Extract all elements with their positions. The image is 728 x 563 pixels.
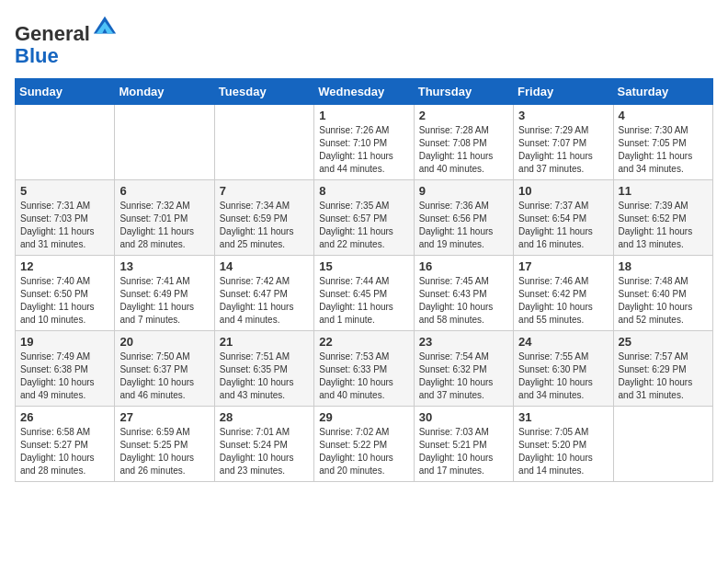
calendar-cell: 20Sunrise: 7:50 AM Sunset: 6:37 PM Dayli…	[115, 331, 214, 407]
day-number: 4	[619, 109, 708, 122]
day-info: Sunrise: 6:59 AM Sunset: 5:25 PM Dayligh…	[119, 426, 209, 477]
calendar-week-1: 1Sunrise: 7:26 AM Sunset: 7:10 PM Daylig…	[16, 105, 713, 180]
day-number: 26	[20, 410, 109, 424]
day-number: 20	[119, 335, 209, 349]
page-header: General Blue	[15, 15, 713, 67]
day-info: Sunrise: 7:37 AM Sunset: 6:54 PM Dayligh…	[518, 200, 608, 251]
day-number: 27	[119, 410, 209, 424]
day-number: 3	[518, 109, 608, 122]
calendar-week-4: 19Sunrise: 7:49 AM Sunset: 6:38 PM Dayli…	[16, 331, 713, 407]
calendar-cell: 7Sunrise: 7:34 AM Sunset: 6:59 PM Daylig…	[214, 180, 313, 256]
day-info: Sunrise: 7:54 AM Sunset: 6:32 PM Dayligh…	[419, 350, 508, 402]
calendar-cell: 19Sunrise: 7:49 AM Sunset: 6:38 PM Dayli…	[16, 331, 115, 407]
day-number: 9	[419, 184, 508, 198]
calendar-cell: 31Sunrise: 7:05 AM Sunset: 5:20 PM Dayli…	[514, 407, 613, 482]
calendar-week-5: 26Sunrise: 6:58 AM Sunset: 5:27 PM Dayli…	[16, 407, 713, 482]
calendar-cell: 10Sunrise: 7:37 AM Sunset: 6:54 PM Dayli…	[514, 180, 613, 256]
calendar-cell: 4Sunrise: 7:30 AM Sunset: 7:05 PM Daylig…	[613, 105, 712, 180]
calendar-cell: 24Sunrise: 7:55 AM Sunset: 6:30 PM Dayli…	[514, 331, 613, 407]
calendar-cell: 25Sunrise: 7:57 AM Sunset: 6:29 PM Dayli…	[613, 331, 712, 407]
column-header-thursday: Thursday	[414, 79, 513, 105]
calendar-cell: 6Sunrise: 7:32 AM Sunset: 7:01 PM Daylig…	[115, 180, 214, 256]
calendar-cell: 15Sunrise: 7:44 AM Sunset: 6:45 PM Dayli…	[314, 256, 414, 331]
day-info: Sunrise: 7:35 AM Sunset: 6:57 PM Dayligh…	[319, 200, 408, 251]
day-info: Sunrise: 7:48 AM Sunset: 6:40 PM Dayligh…	[619, 275, 708, 327]
logo-icon	[92, 15, 118, 40]
day-number: 13	[119, 259, 209, 273]
column-header-monday: Monday	[115, 79, 214, 105]
column-header-friday: Friday	[514, 79, 613, 105]
calendar-cell: 2Sunrise: 7:28 AM Sunset: 7:08 PM Daylig…	[414, 105, 513, 180]
calendar-cell: 16Sunrise: 7:45 AM Sunset: 6:43 PM Dayli…	[414, 256, 513, 331]
calendar-cell: 17Sunrise: 7:46 AM Sunset: 6:42 PM Dayli…	[514, 256, 613, 331]
day-number: 1	[319, 109, 408, 122]
day-number: 11	[619, 184, 708, 198]
calendar-cell: 14Sunrise: 7:42 AM Sunset: 6:47 PM Dayli…	[214, 256, 313, 331]
calendar-cell: 23Sunrise: 7:54 AM Sunset: 6:32 PM Dayli…	[414, 331, 513, 407]
day-number: 6	[119, 184, 209, 198]
calendar-week-3: 12Sunrise: 7:40 AM Sunset: 6:50 PM Dayli…	[16, 256, 713, 331]
day-number: 30	[419, 410, 508, 424]
day-info: Sunrise: 7:01 AM Sunset: 5:24 PM Dayligh…	[220, 426, 309, 477]
day-number: 17	[518, 259, 608, 273]
day-number: 18	[619, 259, 708, 273]
logo: General Blue	[15, 15, 118, 67]
day-number: 31	[518, 410, 608, 424]
day-info: Sunrise: 7:53 AM Sunset: 6:33 PM Dayligh…	[319, 350, 408, 402]
day-info: Sunrise: 7:03 AM Sunset: 5:21 PM Dayligh…	[419, 426, 508, 477]
day-info: Sunrise: 7:40 AM Sunset: 6:50 PM Dayligh…	[20, 275, 109, 327]
calendar-cell: 26Sunrise: 6:58 AM Sunset: 5:27 PM Dayli…	[16, 407, 115, 482]
day-info: Sunrise: 7:02 AM Sunset: 5:22 PM Dayligh…	[319, 426, 408, 477]
day-info: Sunrise: 7:41 AM Sunset: 6:49 PM Dayligh…	[119, 275, 209, 327]
day-info: Sunrise: 7:34 AM Sunset: 6:59 PM Dayligh…	[220, 200, 309, 251]
calendar-cell	[613, 407, 712, 482]
day-number: 24	[518, 335, 608, 349]
day-number: 14	[220, 259, 309, 273]
day-number: 22	[319, 335, 408, 349]
logo-blue-text: Blue	[15, 44, 59, 67]
column-header-sunday: Sunday	[16, 79, 115, 105]
day-number: 15	[319, 259, 408, 273]
day-info: Sunrise: 6:58 AM Sunset: 5:27 PM Dayligh…	[20, 426, 109, 477]
day-info: Sunrise: 7:28 AM Sunset: 7:08 PM Dayligh…	[419, 124, 508, 176]
calendar-cell	[115, 105, 214, 180]
day-info: Sunrise: 7:29 AM Sunset: 7:07 PM Dayligh…	[518, 124, 608, 176]
day-info: Sunrise: 7:26 AM Sunset: 7:10 PM Dayligh…	[319, 124, 408, 176]
calendar-cell: 22Sunrise: 7:53 AM Sunset: 6:33 PM Dayli…	[314, 331, 414, 407]
day-info: Sunrise: 7:30 AM Sunset: 7:05 PM Dayligh…	[619, 124, 708, 176]
column-header-wednesday: Wednesday	[314, 79, 414, 105]
calendar-cell: 8Sunrise: 7:35 AM Sunset: 6:57 PM Daylig…	[314, 180, 414, 256]
day-number: 5	[20, 184, 109, 198]
day-info: Sunrise: 7:49 AM Sunset: 6:38 PM Dayligh…	[20, 350, 109, 402]
calendar-cell: 5Sunrise: 7:31 AM Sunset: 7:03 PM Daylig…	[16, 180, 115, 256]
calendar-cell: 18Sunrise: 7:48 AM Sunset: 6:40 PM Dayli…	[613, 256, 712, 331]
day-info: Sunrise: 7:57 AM Sunset: 6:29 PM Dayligh…	[619, 350, 708, 402]
calendar-cell: 13Sunrise: 7:41 AM Sunset: 6:49 PM Dayli…	[115, 256, 214, 331]
calendar-cell: 1Sunrise: 7:26 AM Sunset: 7:10 PM Daylig…	[314, 105, 414, 180]
day-info: Sunrise: 7:45 AM Sunset: 6:43 PM Dayligh…	[419, 275, 508, 327]
calendar-cell: 29Sunrise: 7:02 AM Sunset: 5:22 PM Dayli…	[314, 407, 414, 482]
day-number: 8	[319, 184, 408, 198]
calendar-cell: 21Sunrise: 7:51 AM Sunset: 6:35 PM Dayli…	[214, 331, 313, 407]
day-info: Sunrise: 7:44 AM Sunset: 6:45 PM Dayligh…	[319, 275, 408, 327]
column-header-tuesday: Tuesday	[214, 79, 313, 105]
day-info: Sunrise: 7:46 AM Sunset: 6:42 PM Dayligh…	[518, 275, 608, 327]
calendar-cell: 28Sunrise: 7:01 AM Sunset: 5:24 PM Dayli…	[214, 407, 313, 482]
calendar-cell: 27Sunrise: 6:59 AM Sunset: 5:25 PM Dayli…	[115, 407, 214, 482]
day-number: 16	[419, 259, 508, 273]
calendar-header-row: SundayMondayTuesdayWednesdayThursdayFrid…	[16, 79, 713, 105]
calendar-cell: 11Sunrise: 7:39 AM Sunset: 6:52 PM Dayli…	[613, 180, 712, 256]
day-info: Sunrise: 7:50 AM Sunset: 6:37 PM Dayligh…	[119, 350, 209, 402]
day-number: 21	[220, 335, 309, 349]
day-number: 19	[20, 335, 109, 349]
calendar-cell: 3Sunrise: 7:29 AM Sunset: 7:07 PM Daylig…	[514, 105, 613, 180]
day-number: 23	[419, 335, 508, 349]
day-number: 28	[220, 410, 309, 424]
day-number: 25	[619, 335, 708, 349]
day-info: Sunrise: 7:36 AM Sunset: 6:56 PM Dayligh…	[419, 200, 508, 251]
day-info: Sunrise: 7:51 AM Sunset: 6:35 PM Dayligh…	[220, 350, 309, 402]
calendar-week-2: 5Sunrise: 7:31 AM Sunset: 7:03 PM Daylig…	[16, 180, 713, 256]
calendar-cell	[214, 105, 313, 180]
day-info: Sunrise: 7:39 AM Sunset: 6:52 PM Dayligh…	[619, 200, 708, 251]
day-number: 10	[518, 184, 608, 198]
